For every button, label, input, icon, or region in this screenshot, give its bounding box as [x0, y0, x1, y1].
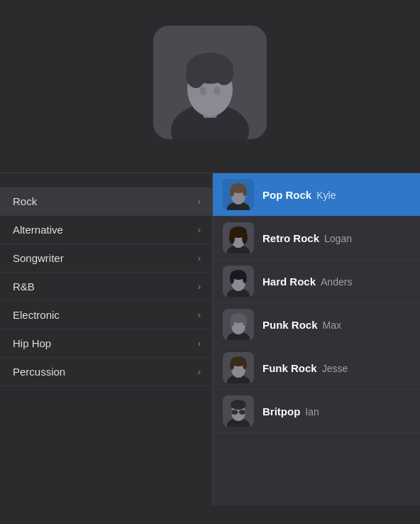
svg-point-35 [230, 317, 234, 327]
svg-rect-52 [233, 411, 237, 414]
svg-point-36 [243, 317, 247, 326]
drummer-name: Kyle [316, 190, 336, 201]
drummer-item-funk-rock-jesse[interactable]: Funk Rock Jesse [213, 346, 420, 390]
top-section [0, 0, 420, 173]
section-header [0, 173, 212, 187]
drummer-avatar-hard-rock-anders [223, 266, 254, 297]
main-avatar [153, 26, 267, 139]
drummer-avatar-britpop-ian [223, 395, 254, 427]
genre-label: Percussion [13, 366, 65, 378]
drummer-info-punk-rock-max: Punk Rock Max [262, 319, 341, 331]
svg-point-42 [230, 360, 234, 370]
genre-item-percussion[interactable]: Percussion › [0, 358, 212, 386]
svg-point-28 [230, 273, 234, 284]
drummer-genre: Hard Rock [262, 275, 316, 288]
drummer-avatar-pop-rock-kyle [223, 179, 254, 210]
svg-point-6 [215, 62, 233, 85]
svg-point-5 [186, 62, 206, 88]
drummer-info-funk-rock-jesse: Funk Rock Jesse [262, 362, 348, 374]
drummer-info-retro-rock-logan: Retro Rock Logan [262, 232, 352, 244]
svg-point-15 [243, 187, 247, 196]
chevron-icon: › [198, 196, 201, 207]
genre-item-alternative[interactable]: Alternative › [0, 216, 212, 244]
drummer-item-punk-rock-max[interactable]: Punk Rock Max [213, 303, 420, 346]
drummer-name: Logan [324, 233, 352, 244]
svg-point-8 [214, 87, 221, 95]
genre-item-electronic[interactable]: Electronic › [0, 301, 212, 329]
genre-label: Rock [13, 195, 37, 207]
left-panel: Rock › Alternative › Songwriter › R&B › … [0, 173, 213, 506]
drummer-info-hard-rock-anders: Hard Rock Anders [262, 275, 352, 288]
chevron-icon: › [198, 253, 201, 263]
drummer-genre: Retro Rock [262, 232, 319, 244]
chevron-icon: › [198, 281, 201, 292]
drummer-name: Max [323, 320, 341, 331]
drummer-item-britpop-ian[interactable]: Britpop Ian [213, 390, 420, 433]
drummer-item-retro-rock-logan[interactable]: Retro Rock Logan [213, 217, 420, 260]
bottom-section: Rock › Alternative › Songwriter › R&B › … [0, 173, 420, 506]
svg-point-14 [230, 187, 234, 197]
genre-item-hiphop[interactable]: Hip Hop › [0, 329, 212, 358]
drummer-avatar-punk-rock-max [223, 309, 254, 340]
drummer-genre: Punk Rock [262, 319, 318, 331]
genre-label: Songwriter [13, 252, 64, 264]
drummer-genre: Britpop [262, 405, 300, 417]
drummer-name: Ian [305, 406, 319, 417]
genre-item-songwriter[interactable]: Songwriter › [0, 244, 212, 273]
genre-label: Alternative [13, 224, 63, 236]
genre-item-rnb[interactable]: R&B › [0, 273, 212, 301]
chevron-icon: › [198, 224, 201, 235]
drummer-genre: Funk Rock [262, 362, 317, 374]
selected-drummer-label [208, 149, 212, 161]
chevron-icon: › [198, 366, 201, 377]
drummer-info-pop-rock-kyle: Pop Rock Kyle [262, 189, 336, 201]
svg-rect-53 [241, 411, 245, 414]
svg-point-21 [229, 231, 235, 244]
genre-list: Rock › Alternative › Songwriter › R&B › … [0, 187, 212, 386]
drummer-list: Pop Rock Kyle Retro Rock Logan [213, 173, 420, 433]
svg-point-7 [199, 87, 206, 95]
chevron-icon: › [198, 338, 201, 349]
drummer-info-britpop-ian: Britpop Ian [262, 405, 319, 417]
right-panel: Pop Rock Kyle Retro Rock Logan [213, 173, 420, 506]
genre-label: R&B [13, 280, 35, 293]
drummer-avatar-funk-rock-jesse [223, 352, 254, 383]
svg-point-22 [242, 231, 248, 244]
svg-point-48 [231, 400, 246, 410]
drummer-item-hard-rock-anders[interactable]: Hard Rock Anders [213, 260, 420, 303]
genre-label: Hip Hop [13, 337, 51, 349]
drummer-name: Jesse [322, 363, 348, 374]
svg-point-43 [243, 361, 247, 369]
genre-item-rock[interactable]: Rock › [0, 187, 212, 216]
drummer-avatar-retro-rock-logan [223, 222, 254, 253]
chevron-icon: › [198, 310, 201, 320]
svg-point-29 [243, 273, 247, 283]
drummer-genre: Pop Rock [262, 189, 311, 201]
drummer-item-pop-rock-kyle[interactable]: Pop Rock Kyle [213, 173, 420, 217]
drummer-name: Anders [321, 276, 352, 288]
genre-label: Electronic [13, 309, 60, 321]
